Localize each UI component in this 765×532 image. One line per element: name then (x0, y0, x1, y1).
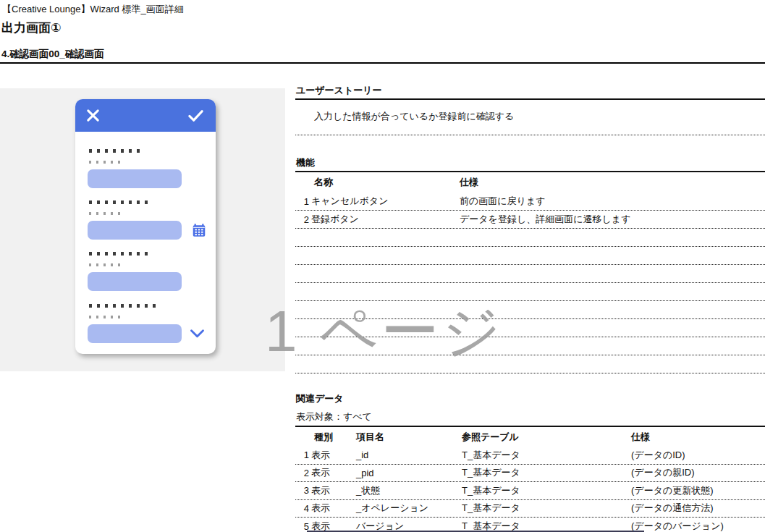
label-placeholder-dots (89, 200, 148, 204)
function-spec: 前の画面に戻ります (460, 195, 765, 208)
label-placeholder-dots (89, 149, 140, 153)
data-ref-table: T_基本データ (462, 502, 631, 515)
data-type: 表示 (311, 502, 356, 515)
data-spec: (データのID) (631, 449, 765, 462)
row-number: 4 (295, 503, 311, 514)
row-number: 2 (295, 468, 311, 478)
column-header-spec: 仕様 (460, 176, 765, 189)
column-header-table: 参照テーブル (462, 431, 631, 444)
screen-mockup-panel (0, 88, 285, 371)
function-spec: データを登録し、詳細画面に遷移します (460, 213, 765, 226)
row-number: 1 (295, 196, 311, 207)
functions-heading: 機能 (296, 156, 315, 169)
column-header-spec: 仕様 (631, 431, 765, 444)
related-data-table: 種別 項目名 参照テーブル 仕様 1 表示 _id T_基本データ (データのI… (295, 426, 765, 532)
table-row: 3 表示 _状態 T_基本データ (データの更新状態) (295, 482, 765, 500)
data-item-name: _オペレーション (356, 502, 462, 515)
date-input-placeholder[interactable] (88, 221, 182, 240)
table-row: 1 キャンセルボタン 前の画面に戻ります (295, 193, 765, 211)
text-input-placeholder[interactable] (88, 272, 182, 291)
data-type: 表示 (311, 466, 356, 479)
mockup-dialog-card (75, 99, 216, 354)
form-field-group (88, 149, 182, 188)
data-item-name: _状態 (356, 484, 462, 497)
text-input-placeholder[interactable] (88, 169, 182, 188)
empty-table-row (295, 265, 765, 283)
related-data-filter: 表示対象：すべて (296, 410, 372, 423)
table-row: 5 表示 バージョン T_基本データ (データのバージョン) (295, 518, 765, 532)
sublabel-placeholder-dots (89, 161, 122, 164)
data-ref-table: T_基本データ (462, 449, 631, 462)
sublabel-placeholder-dots (89, 212, 122, 215)
table-row: 2 登録ボタン データを登録し、詳細画面に遷移します (295, 211, 765, 229)
calendar-icon[interactable] (191, 222, 207, 238)
divider (295, 98, 765, 100)
data-ref-table: T_基本データ (462, 466, 631, 479)
user-story-heading: ユーザーストーリー (296, 84, 382, 97)
column-header-item: 項目名 (356, 431, 462, 444)
form-field-group (88, 304, 206, 343)
close-icon[interactable] (85, 107, 101, 124)
chevron-down-icon[interactable] (188, 328, 206, 340)
column-header-type: 種別 (311, 431, 356, 444)
spec-document-page: 【Creative Lounge】Wizard 標準_画面詳細 出力画面① 4.… (0, 0, 765, 532)
form-field-group (88, 252, 182, 291)
data-spec: (データの親ID) (631, 466, 765, 479)
page-number-watermark: 1 ページ (265, 300, 504, 363)
label-placeholder-dots (89, 252, 148, 256)
data-item-name: _id (356, 449, 462, 460)
user-story-text: 入力した情報が合っているか登録前に確認する (314, 110, 514, 123)
data-item-name: _pid (356, 468, 462, 478)
sublabel-placeholder-dots (89, 263, 122, 266)
table-row: 1 表示 _id T_基本データ (データのID) (295, 447, 765, 465)
related-data-heading: 関連データ (296, 392, 344, 405)
table-row: 2 表示 _pid T_基本データ (データの親ID) (295, 465, 765, 483)
screen-name-title: 4.確認画面00_確認画面 (1, 48, 104, 61)
data-type: 表示 (311, 449, 356, 462)
sublabel-placeholder-dots (89, 316, 122, 318)
row-number: 3 (295, 485, 311, 496)
data-type: 表示 (311, 484, 356, 497)
header-divider (0, 62, 765, 64)
empty-table-row (295, 229, 765, 247)
row-number: 2 (295, 214, 311, 225)
select-input-placeholder[interactable] (88, 324, 182, 343)
function-name: 登録ボタン (311, 213, 460, 226)
functions-table-header-row: 名称 仕様 (295, 172, 765, 193)
data-spec: (データの通信方法) (631, 502, 765, 515)
function-name: キャンセルボタン (311, 195, 460, 208)
data-spec: (データの更新状態) (631, 484, 765, 497)
mockup-dialog-header (75, 99, 216, 132)
form-field-group (88, 200, 207, 240)
table-row: 4 表示 _オペレーション T_基本データ (データの通信方法) (295, 500, 765, 518)
label-placeholder-dots (89, 304, 156, 308)
related-data-header-row: 種別 項目名 参照テーブル 仕様 (295, 427, 765, 447)
check-icon[interactable] (185, 107, 206, 124)
data-spec: (データのバージョン) (631, 520, 765, 532)
row-number: 1 (295, 449, 311, 460)
dotted-divider (295, 135, 765, 135)
column-header-name: 名称 (311, 176, 460, 189)
empty-table-row (295, 247, 765, 265)
output-screen-title: 出力画面① (1, 20, 61, 36)
data-ref-table: T_基本データ (462, 484, 631, 497)
doc-title: 【Creative Lounge】Wizard 標準_画面詳細 (2, 3, 184, 16)
